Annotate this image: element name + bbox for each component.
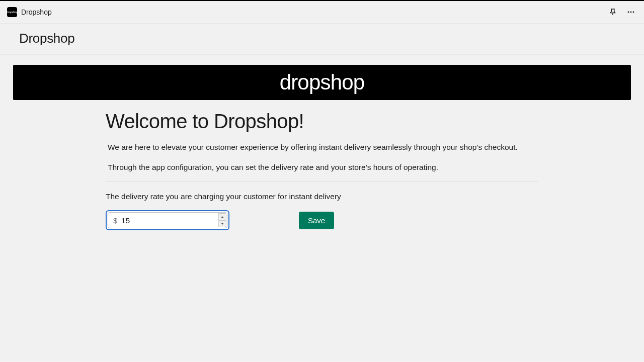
svg-point-0	[628, 12, 629, 13]
divider	[106, 182, 538, 182]
more-icon[interactable]	[625, 6, 637, 18]
save-button[interactable]: Save	[299, 212, 334, 229]
topbar-right	[607, 6, 637, 18]
rate-input-wrapper: $	[106, 210, 229, 230]
topbar: dropshop Dropshop	[0, 1, 644, 24]
inner-content: Welcome to Dropshop! We are here to elev…	[96, 110, 548, 230]
stepper-up-icon[interactable]	[218, 213, 226, 221]
rate-input-inner: $	[108, 212, 227, 228]
hero-brand: dropshop	[280, 70, 365, 95]
stepper-down-icon[interactable]	[218, 221, 226, 228]
content: dropshop Welcome to Dropshop! We are her…	[0, 55, 644, 240]
rate-row: $ Save	[106, 210, 538, 230]
pin-icon[interactable]	[607, 6, 619, 18]
welcome-body: We are here to elevate your customer exp…	[106, 142, 538, 172]
page-title: Dropshop	[19, 31, 625, 46]
app-name: Dropshop	[21, 8, 52, 16]
title-row: Dropshop	[0, 24, 644, 55]
welcome-paragraph-1: We are here to elevate your customer exp…	[106, 142, 538, 153]
hero-banner: dropshop	[13, 65, 631, 100]
app-logo-icon: dropshop	[7, 7, 17, 17]
svg-point-1	[630, 12, 632, 13]
topbar-left: dropshop Dropshop	[7, 7, 52, 17]
currency-symbol: $	[108, 216, 121, 225]
rate-label: The delivery rate you are charging your …	[106, 192, 538, 201]
number-spinners	[218, 213, 226, 227]
rate-input[interactable]	[121, 213, 228, 228]
svg-point-2	[633, 12, 634, 13]
welcome-paragraph-2: Through the app configuration, you can s…	[106, 162, 538, 173]
welcome-title: Welcome to Dropshop!	[106, 110, 538, 133]
